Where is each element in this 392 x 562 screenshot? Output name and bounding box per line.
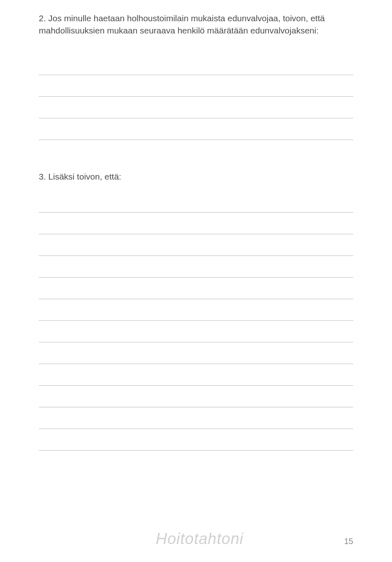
writing-line <box>39 386 353 407</box>
page-footer: Hoitotahtoni 15 <box>0 530 392 548</box>
page-number: 15 <box>344 537 353 546</box>
writing-line <box>39 299 353 321</box>
writing-line <box>39 342 353 364</box>
section-3-text: 3. Lisäksi toivon, että: <box>39 171 353 183</box>
writing-line <box>39 234 353 256</box>
writing-line <box>39 364 353 386</box>
section-2: 2. Jos minulle haetaan holhoustoimilain … <box>39 12 353 140</box>
writing-line <box>39 256 353 278</box>
section-2-text: 2. Jos minulle haetaan holhoustoimilain … <box>39 12 353 37</box>
writing-line <box>39 213 353 234</box>
writing-line <box>39 97 353 118</box>
writing-line <box>39 75 353 97</box>
document-page: 2. Jos minulle haetaan holhoustoimilain … <box>0 0 392 562</box>
writing-line <box>39 118 353 140</box>
footer-title: Hoitotahtoni <box>55 530 344 548</box>
writing-line <box>39 429 353 451</box>
section-2-lines <box>39 53 353 140</box>
writing-line <box>39 53 353 75</box>
writing-line <box>39 407 353 429</box>
section-3-lines <box>39 191 353 451</box>
writing-line <box>39 278 353 299</box>
writing-line <box>39 191 353 213</box>
writing-line <box>39 321 353 342</box>
